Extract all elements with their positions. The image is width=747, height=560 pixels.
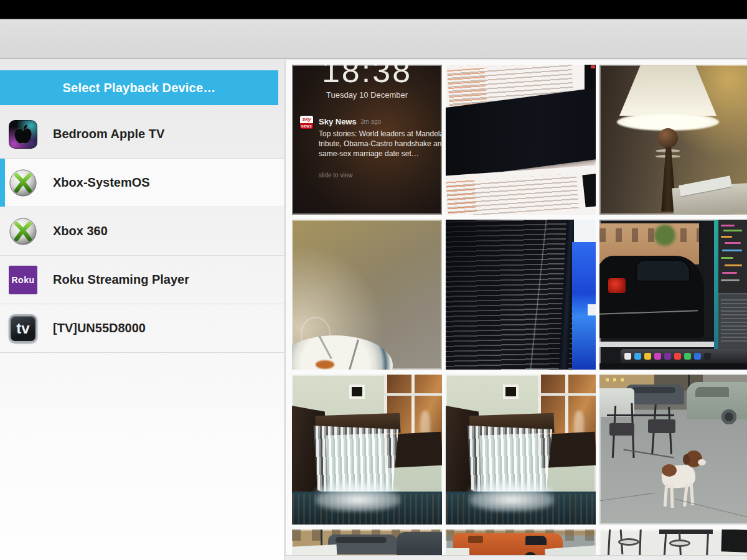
photo-thumbnail-orange-truck[interactable] bbox=[446, 530, 596, 556]
notification-app-name: Sky News bbox=[319, 117, 357, 126]
app-toolbar bbox=[0, 19, 747, 59]
roku-icon-label: Roku bbox=[12, 275, 35, 285]
wall-vent bbox=[349, 385, 365, 399]
apple-tv-icon bbox=[9, 120, 37, 149]
selected-indicator bbox=[0, 159, 5, 207]
photo-thumbnail-lockscreen[interactable]: 18:38 Tuesday 10 December sky NEWS Sky N… bbox=[292, 65, 442, 215]
device-row-xbox-systemos[interactable]: Xbox-SystemOS bbox=[0, 159, 284, 207]
device-row-xbox-360[interactable]: Xbox 360 bbox=[0, 207, 284, 256]
device-panel: Select Playback Device… Bedroom Apple TV bbox=[0, 59, 284, 560]
photo-grid: 18:38 Tuesday 10 December sky NEWS Sky N… bbox=[285, 60, 747, 556]
photo-thumbnail-lamp[interactable] bbox=[599, 65, 747, 215]
xbox-icon bbox=[9, 169, 37, 197]
photo-thumbnail-waterfall-2[interactable] bbox=[446, 375, 596, 525]
device-label: Bedroom Apple TV bbox=[53, 127, 164, 141]
photo-thumbnail-waterfall[interactable] bbox=[292, 375, 442, 525]
device-list: Bedroom Apple TV bbox=[0, 110, 284, 353]
silver-car bbox=[687, 382, 747, 419]
lockscreen-date: Tuesday 10 December bbox=[292, 90, 442, 100]
device-row-roku[interactable]: Roku Roku Streaming Player bbox=[0, 256, 284, 304]
photo-thumbnail-street-cars[interactable] bbox=[292, 530, 442, 556]
device-label: [TV]UN55D8000 bbox=[53, 321, 146, 335]
notification-timestamp: 3m ago bbox=[360, 118, 381, 125]
plate bbox=[292, 335, 393, 370]
device-row-samsung-tv[interactable]: tv [TV]UN55D8000 bbox=[0, 304, 284, 353]
photo-thumbnail-blinds[interactable] bbox=[446, 220, 596, 370]
device-label: Xbox 360 bbox=[53, 224, 108, 238]
tv-icon-label: tv bbox=[16, 320, 29, 337]
parked-car bbox=[328, 534, 398, 554]
notification-message: Top stories: World leaders at Mandela tr… bbox=[319, 129, 442, 159]
panel-header: Select Playback Device… bbox=[0, 70, 278, 105]
sky-news-icon: sky NEWS bbox=[300, 116, 313, 129]
device-row-apple-tv[interactable]: Bedroom Apple TV bbox=[0, 110, 284, 159]
photo-thumbnail-desk-monitors[interactable] bbox=[446, 65, 596, 215]
panel-header-label: Select Playback Device… bbox=[63, 81, 216, 95]
wall-vent bbox=[503, 385, 519, 399]
photo-thumbnail-cafe-chairs[interactable] bbox=[599, 530, 747, 556]
code-editor-panel bbox=[718, 220, 747, 293]
photo-thumbnail-car-monitor[interactable] bbox=[599, 220, 747, 370]
device-label: Xbox-SystemOS bbox=[53, 175, 150, 190]
device-label: Roku Streaming Player bbox=[53, 273, 189, 287]
lockscreen-time: 18:38 bbox=[292, 65, 442, 90]
tv-icon: tv bbox=[9, 314, 37, 343]
roku-icon: Roku bbox=[9, 266, 37, 294]
slide-to-view-hint: slide to view bbox=[319, 172, 352, 179]
parked-car bbox=[626, 385, 684, 404]
photo-thumbnail-dog[interactable] bbox=[599, 375, 747, 525]
photo-thumbnail-blurry-table[interactable] bbox=[292, 220, 442, 370]
xbox-icon bbox=[9, 217, 37, 246]
mac-dock bbox=[621, 349, 747, 363]
status-bar bbox=[0, 0, 747, 19]
